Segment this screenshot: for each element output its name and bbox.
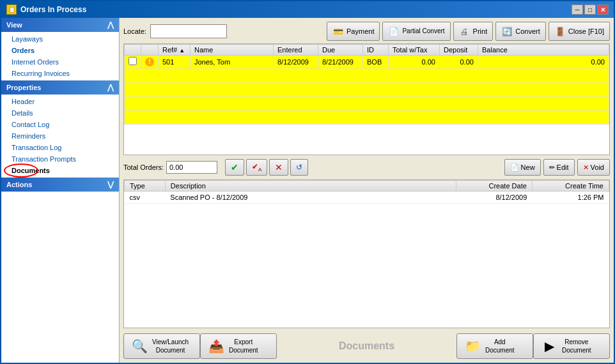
sidebar-item-contact-log[interactable]: Contact Log xyxy=(1,119,119,130)
sidebar-item-reminders[interactable]: Reminders xyxy=(1,130,119,142)
properties-items: Header Details Contact Log Reminders Tra… xyxy=(1,95,119,178)
check-a-icon: ✔A xyxy=(252,162,261,172)
minimize-button[interactable]: ─ xyxy=(572,4,583,15)
docs-table-row[interactable]: csv Scanned PO - 8/12/2009 8/12/2009 1:2… xyxy=(125,192,609,204)
add-document-button[interactable]: 📁 AddDocument xyxy=(456,333,533,359)
locate-label: Locate: xyxy=(123,27,146,35)
col-header-balance: Balance xyxy=(478,45,609,56)
row-entered: 8/12/2009 xyxy=(274,56,318,68)
orders-table: Ref# ▲ Name Entered Due ID Total w/Tax D… xyxy=(124,44,609,125)
col-header-description: Description xyxy=(165,181,456,192)
main-window: 📋 Orders In Process ─ □ ✕ View ⋀ Layaway… xyxy=(0,0,615,364)
total-orders-value xyxy=(166,161,217,174)
export-document-button[interactable]: 📤 ExportDocument xyxy=(200,333,277,359)
add-label: AddDocument xyxy=(485,338,515,354)
row-id: BOB xyxy=(363,56,389,68)
remove-label: RemoveDocument xyxy=(562,338,591,354)
properties-collapse-icon: ⋀ xyxy=(107,83,114,92)
maximize-button[interactable]: □ xyxy=(584,4,596,15)
sidebar-item-recurring-invoices[interactable]: Recurring Invoices xyxy=(1,68,119,79)
doc-type: csv xyxy=(125,192,166,204)
doc-create-date: 8/12/2009 xyxy=(456,192,532,204)
sidebar-view-header[interactable]: View ⋀ xyxy=(1,18,119,32)
partial-convert-button[interactable]: 📄 Partial Convert xyxy=(382,22,450,41)
documents-center-label: Documents xyxy=(277,340,456,352)
col-header-deposit: Deposit xyxy=(440,45,478,56)
table-row[interactable]: ! 501 Jones, Tom 8/12/2009 8/21/2009 BOB… xyxy=(125,56,609,68)
orders-table-container: Ref# ▲ Name Entered Due ID Total w/Tax D… xyxy=(123,43,610,155)
sidebar-item-internet-orders[interactable]: Internet Orders xyxy=(1,56,119,68)
col-header-create-time: Create Time xyxy=(532,181,609,192)
col-header-entered: Entered xyxy=(274,45,318,56)
row-balance: 0.00 xyxy=(478,56,609,68)
convert-button[interactable]: 🔄 Convert xyxy=(495,22,546,41)
payment-button[interactable]: 💳 Payment xyxy=(327,22,380,41)
col-header-id: ID xyxy=(363,45,389,56)
row-warning-icon: ! xyxy=(141,56,159,68)
remove-icon: ▶ xyxy=(540,337,558,355)
new-icon: 📄 xyxy=(510,163,519,172)
col-header-type: Type xyxy=(125,181,166,192)
sort-arrow-icon: ▲ xyxy=(179,47,185,54)
doc-create-time: 1:26 PM xyxy=(532,192,609,204)
view-collapse-icon: ⋀ xyxy=(107,20,114,29)
sidebar-item-transaction-prompts[interactable]: Transaction Prompts xyxy=(1,153,119,165)
edit-icon: ✏ xyxy=(549,163,555,172)
main-content: Locate: 💳 Payment 📄 Partial Convert 🖨 Pr… xyxy=(120,18,614,363)
sidebar-item-layaways[interactable]: Layaways xyxy=(1,33,119,45)
void-icon: ✕ xyxy=(583,163,589,172)
doc-description: Scanned PO - 8/12/2009 xyxy=(165,192,456,204)
view-launch-label: View/LaunchDocument xyxy=(152,338,189,354)
cycle-icon: ↺ xyxy=(296,163,302,172)
sidebar-item-details[interactable]: Details xyxy=(1,107,119,119)
col-header-ref[interactable]: Ref# ▲ xyxy=(159,45,191,56)
new-button[interactable]: 📄 New xyxy=(504,159,541,176)
col-header-icon xyxy=(141,45,159,56)
row-name: Jones, Tom xyxy=(191,56,274,68)
row-total: 0.00 xyxy=(389,56,440,68)
sidebar-item-transaction-log[interactable]: Transaction Log xyxy=(1,142,119,153)
row-deposit: 0.00 xyxy=(440,56,478,68)
sidebar-item-header[interactable]: Header xyxy=(1,96,119,107)
title-bar: 📋 Orders In Process ─ □ ✕ xyxy=(1,1,614,18)
partial-convert-icon: 📄 xyxy=(388,27,400,36)
locate-input[interactable] xyxy=(150,24,227,38)
view-items: Layaways Orders Internet Orders Recurrin… xyxy=(1,32,119,80)
edit-button[interactable]: ✏ Edit xyxy=(543,159,575,176)
check-a-button[interactable]: ✔A xyxy=(246,159,267,176)
row-checkbox[interactable] xyxy=(125,56,141,68)
docs-table-container: Type Description Create Date Create Time… xyxy=(123,179,610,328)
check-icon: ✔ xyxy=(231,162,238,172)
table-row-empty-2 xyxy=(125,82,609,96)
remove-document-button[interactable]: ▶ RemoveDocument xyxy=(533,333,610,359)
view-launch-icon: 🔍 xyxy=(130,337,148,355)
total-orders-label: Total Orders: xyxy=(123,163,164,171)
col-header-check xyxy=(125,45,141,56)
x-button[interactable]: ✕ xyxy=(269,159,288,176)
sidebar-item-orders[interactable]: Orders xyxy=(1,45,119,56)
sidebar-actions-header[interactable]: Actions ⋁ xyxy=(1,178,119,192)
sidebar-properties-header[interactable]: Properties ⋀ xyxy=(1,80,119,95)
window-icon: 📋 xyxy=(6,4,17,15)
view-launch-button[interactable]: 🔍 View/LaunchDocument xyxy=(123,333,200,359)
window-title: Orders In Process xyxy=(20,5,86,14)
row-ref: 501 xyxy=(159,56,191,68)
col-header-total: Total w/Tax xyxy=(389,45,440,56)
sidebar-item-documents[interactable]: Documents xyxy=(1,165,119,176)
close-button-toolbar[interactable]: 🚪 Close [F10] xyxy=(549,22,610,41)
close-button[interactable]: ✕ xyxy=(597,4,609,15)
cycle-button[interactable]: ↺ xyxy=(290,159,308,176)
void-button[interactable]: ✕ Void xyxy=(577,159,610,176)
payment-icon: 💳 xyxy=(332,27,344,36)
table-row-empty-4 xyxy=(125,110,609,125)
main-toolbar: Locate: 💳 Payment 📄 Partial Convert 🖨 Pr… xyxy=(123,22,610,41)
bottom-toolbar: Total Orders: ✔ ✔A ✕ ↺ xyxy=(123,158,610,177)
docs-table: Type Description Create Date Create Time… xyxy=(124,180,609,204)
print-button[interactable]: 🖨 Print xyxy=(453,22,494,41)
docs-footer: 🔍 View/LaunchDocument 📤 ExportDocument D… xyxy=(123,331,610,359)
checkmark-button[interactable]: ✔ xyxy=(225,159,244,176)
add-icon: 📁 xyxy=(463,337,481,355)
table-row-empty-1 xyxy=(125,68,609,82)
close-icon: 🚪 xyxy=(554,27,566,36)
col-header-create-date: Create Date xyxy=(456,181,532,192)
